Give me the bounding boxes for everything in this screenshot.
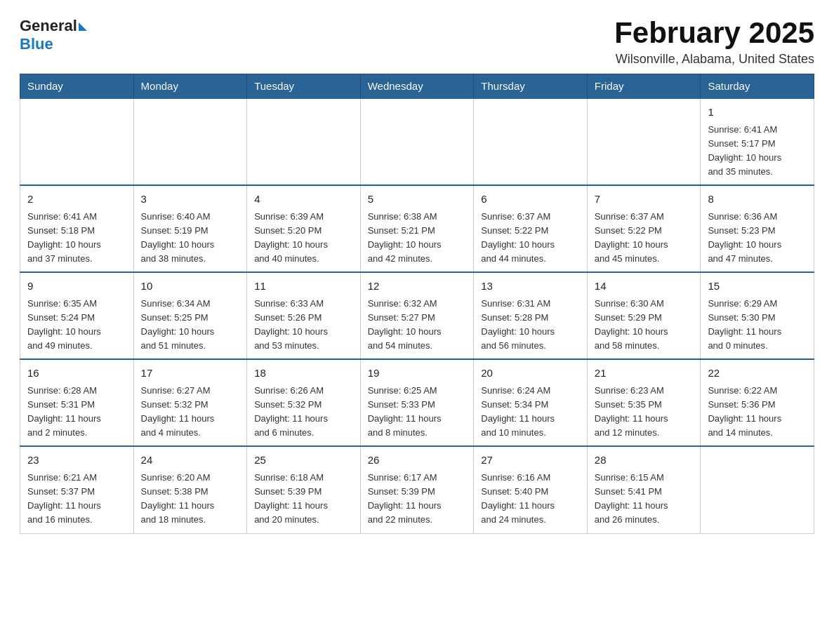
- day-info: Sunrise: 6:33 AM Sunset: 5:26 PM Dayligh…: [254, 297, 353, 354]
- location-subtitle: Wilsonville, Alabama, United States: [614, 52, 814, 67]
- day-info: Sunrise: 6:23 AM Sunset: 5:35 PM Dayligh…: [595, 384, 694, 441]
- calendar-cell: 1Sunrise: 6:41 AM Sunset: 5:17 PM Daylig…: [701, 98, 814, 185]
- day-number: 10: [141, 279, 240, 295]
- page-header: General Blue February 2025 Wilsonville, …: [20, 17, 814, 67]
- day-number: 1: [708, 105, 807, 121]
- day-number: 11: [254, 279, 353, 295]
- day-info: Sunrise: 6:17 AM Sunset: 5:39 PM Dayligh…: [368, 471, 467, 528]
- day-number: 16: [27, 365, 126, 382]
- calendar-cell: 24Sunrise: 6:20 AM Sunset: 5:38 PM Dayli…: [133, 446, 247, 533]
- weekday-header-saturday: Saturday: [701, 74, 814, 99]
- calendar-cell: 27Sunrise: 6:16 AM Sunset: 5:40 PM Dayli…: [474, 446, 588, 533]
- logo-triangle-icon: [79, 22, 87, 31]
- day-info: Sunrise: 6:35 AM Sunset: 5:24 PM Dayligh…: [27, 297, 126, 354]
- day-info: Sunrise: 6:32 AM Sunset: 5:27 PM Dayligh…: [368, 297, 467, 354]
- day-info: Sunrise: 6:28 AM Sunset: 5:31 PM Dayligh…: [27, 384, 126, 441]
- logo-general-text: General: [20, 17, 77, 35]
- day-info: Sunrise: 6:41 AM Sunset: 5:17 PM Dayligh…: [708, 123, 807, 180]
- logo-blue-text: Blue: [20, 35, 53, 53]
- calendar-cell: 2Sunrise: 6:41 AM Sunset: 5:18 PM Daylig…: [20, 185, 134, 272]
- day-number: 3: [141, 192, 240, 208]
- day-number: 9: [27, 279, 126, 295]
- calendar-cell: 18Sunrise: 6:26 AM Sunset: 5:32 PM Dayli…: [247, 359, 361, 446]
- day-number: 23: [27, 452, 126, 469]
- day-info: Sunrise: 6:20 AM Sunset: 5:38 PM Dayligh…: [141, 471, 240, 528]
- day-info: Sunrise: 6:34 AM Sunset: 5:25 PM Dayligh…: [141, 297, 240, 354]
- weekday-header-thursday: Thursday: [474, 74, 588, 99]
- calendar-cell: 20Sunrise: 6:24 AM Sunset: 5:34 PM Dayli…: [474, 359, 588, 446]
- calendar-cell: 12Sunrise: 6:32 AM Sunset: 5:27 PM Dayli…: [360, 272, 474, 359]
- day-number: 7: [595, 192, 694, 208]
- day-info: Sunrise: 6:37 AM Sunset: 5:22 PM Dayligh…: [481, 210, 580, 267]
- calendar-cell: 8Sunrise: 6:36 AM Sunset: 5:23 PM Daylig…: [701, 185, 814, 272]
- day-info: Sunrise: 6:30 AM Sunset: 5:29 PM Dayligh…: [595, 297, 694, 354]
- calendar-week-row: 23Sunrise: 6:21 AM Sunset: 5:37 PM Dayli…: [20, 446, 814, 533]
- day-info: Sunrise: 6:16 AM Sunset: 5:40 PM Dayligh…: [481, 471, 580, 528]
- day-number: 2: [27, 192, 126, 208]
- weekday-header-friday: Friday: [587, 74, 701, 99]
- calendar-cell: 21Sunrise: 6:23 AM Sunset: 5:35 PM Dayli…: [587, 359, 701, 446]
- day-number: 20: [481, 365, 580, 382]
- calendar-cell: 11Sunrise: 6:33 AM Sunset: 5:26 PM Dayli…: [247, 272, 361, 359]
- day-info: Sunrise: 6:41 AM Sunset: 5:18 PM Dayligh…: [27, 210, 126, 267]
- weekday-header-tuesday: Tuesday: [247, 74, 361, 99]
- calendar-cell: [360, 98, 474, 185]
- day-info: Sunrise: 6:26 AM Sunset: 5:32 PM Dayligh…: [254, 384, 353, 441]
- calendar-cell: 25Sunrise: 6:18 AM Sunset: 5:39 PM Dayli…: [247, 446, 361, 533]
- day-number: 22: [708, 365, 807, 382]
- day-number: 13: [481, 279, 580, 295]
- day-info: Sunrise: 6:18 AM Sunset: 5:39 PM Dayligh…: [254, 471, 353, 528]
- calendar-week-row: 9Sunrise: 6:35 AM Sunset: 5:24 PM Daylig…: [20, 272, 814, 359]
- weekday-header-monday: Monday: [133, 74, 247, 99]
- calendar-cell: [474, 98, 588, 185]
- calendar-cell: 13Sunrise: 6:31 AM Sunset: 5:28 PM Dayli…: [474, 272, 588, 359]
- day-number: 15: [708, 279, 807, 295]
- day-info: Sunrise: 6:40 AM Sunset: 5:19 PM Dayligh…: [141, 210, 240, 267]
- day-number: 12: [368, 279, 467, 295]
- day-number: 24: [141, 452, 240, 469]
- day-info: Sunrise: 6:38 AM Sunset: 5:21 PM Dayligh…: [368, 210, 467, 267]
- calendar-cell: 22Sunrise: 6:22 AM Sunset: 5:36 PM Dayli…: [701, 359, 814, 446]
- day-info: Sunrise: 6:31 AM Sunset: 5:28 PM Dayligh…: [481, 297, 580, 354]
- calendar-cell: 4Sunrise: 6:39 AM Sunset: 5:20 PM Daylig…: [247, 185, 361, 272]
- day-number: 25: [254, 452, 353, 469]
- day-info: Sunrise: 6:21 AM Sunset: 5:37 PM Dayligh…: [27, 471, 126, 528]
- calendar-cell: 10Sunrise: 6:34 AM Sunset: 5:25 PM Dayli…: [133, 272, 247, 359]
- calendar-cell: [587, 98, 701, 185]
- day-info: Sunrise: 6:37 AM Sunset: 5:22 PM Dayligh…: [595, 210, 694, 267]
- logo: General Blue: [20, 17, 87, 53]
- calendar-cell: [701, 446, 814, 533]
- calendar-week-row: 2Sunrise: 6:41 AM Sunset: 5:18 PM Daylig…: [20, 185, 814, 272]
- day-number: 27: [481, 452, 580, 469]
- day-number: 5: [368, 192, 467, 208]
- calendar-cell: [247, 98, 361, 185]
- calendar-cell: 26Sunrise: 6:17 AM Sunset: 5:39 PM Dayli…: [360, 446, 474, 533]
- day-number: 4: [254, 192, 353, 208]
- month-year-title: February 2025: [614, 17, 814, 49]
- day-info: Sunrise: 6:36 AM Sunset: 5:23 PM Dayligh…: [708, 210, 807, 267]
- day-number: 21: [595, 365, 694, 382]
- day-number: 14: [595, 279, 694, 295]
- title-block: February 2025 Wilsonville, Alabama, Unit…: [614, 17, 814, 67]
- day-number: 19: [368, 365, 467, 382]
- day-info: Sunrise: 6:24 AM Sunset: 5:34 PM Dayligh…: [481, 384, 580, 441]
- weekday-header-row: SundayMondayTuesdayWednesdayThursdayFrid…: [20, 74, 814, 99]
- calendar-week-row: 16Sunrise: 6:28 AM Sunset: 5:31 PM Dayli…: [20, 359, 814, 446]
- day-info: Sunrise: 6:25 AM Sunset: 5:33 PM Dayligh…: [368, 384, 467, 441]
- day-number: 8: [708, 192, 807, 208]
- day-number: 6: [481, 192, 580, 208]
- day-info: Sunrise: 6:27 AM Sunset: 5:32 PM Dayligh…: [141, 384, 240, 441]
- calendar-cell: 6Sunrise: 6:37 AM Sunset: 5:22 PM Daylig…: [474, 185, 588, 272]
- calendar-table: SundayMondayTuesdayWednesdayThursdayFrid…: [20, 74, 814, 533]
- calendar-cell: 15Sunrise: 6:29 AM Sunset: 5:30 PM Dayli…: [701, 272, 814, 359]
- day-number: 28: [595, 452, 694, 469]
- day-info: Sunrise: 6:39 AM Sunset: 5:20 PM Dayligh…: [254, 210, 353, 267]
- calendar-cell: 3Sunrise: 6:40 AM Sunset: 5:19 PM Daylig…: [133, 185, 247, 272]
- calendar-cell: 19Sunrise: 6:25 AM Sunset: 5:33 PM Dayli…: [360, 359, 474, 446]
- calendar-cell: 23Sunrise: 6:21 AM Sunset: 5:37 PM Dayli…: [20, 446, 134, 533]
- calendar-cell: 7Sunrise: 6:37 AM Sunset: 5:22 PM Daylig…: [587, 185, 701, 272]
- weekday-header-wednesday: Wednesday: [360, 74, 474, 99]
- day-info: Sunrise: 6:29 AM Sunset: 5:30 PM Dayligh…: [708, 297, 807, 354]
- calendar-cell: 16Sunrise: 6:28 AM Sunset: 5:31 PM Dayli…: [20, 359, 134, 446]
- calendar-cell: 17Sunrise: 6:27 AM Sunset: 5:32 PM Dayli…: [133, 359, 247, 446]
